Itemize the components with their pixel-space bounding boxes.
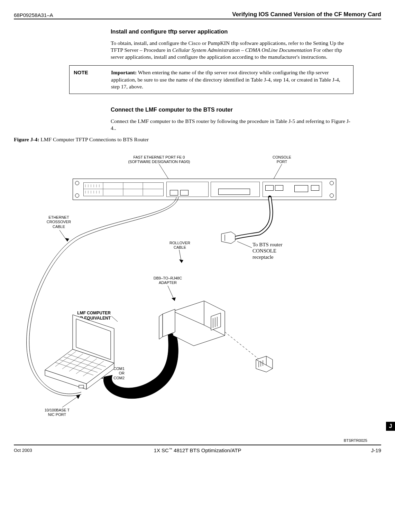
footer-title: 1X SC™ 4812T BTS Optimization/ATP — [14, 447, 381, 453]
db9-adapter-icon — [159, 297, 235, 349]
svg-marker-19 — [179, 259, 183, 263]
svg-marker-28 — [163, 309, 175, 337]
trademark-icon: ™ — [169, 447, 172, 451]
page-title: Verifying IOS Canned Version of the CF M… — [232, 11, 381, 18]
page-footer: Oct 2003 1X SC™ 4812T BTS Optimization/A… — [14, 445, 381, 453]
section-tab: J — [386, 422, 395, 431]
svg-marker-16 — [65, 238, 69, 241]
figure-area: FAST ETHERNET PORT FE 0 (SOFTWARE DESIGN… — [14, 145, 381, 443]
svg-rect-48 — [79, 385, 84, 388]
section-paragraph-connect: Connect the LMF computer to the BTS rout… — [111, 118, 353, 132]
note-body: Important: When entering the name of the… — [111, 69, 349, 90]
note-important: Important: — [111, 69, 137, 75]
document-number: 68P09258A31–A — [14, 12, 53, 18]
section-heading-connect: Connect the LMF computer to the BTS rout… — [111, 106, 381, 113]
page-header: 68P09258A31–A Verifying IOS Canned Versi… — [14, 11, 381, 19]
svg-marker-29 — [159, 314, 163, 339]
laptop-icon — [42, 311, 131, 401]
section-heading-tftp: Install and configure tftp server applic… — [111, 28, 381, 35]
svg-marker-17 — [221, 232, 235, 244]
para-italic: Cellular System Administration – CDMA On… — [172, 47, 312, 53]
section-paragraph-tftp: To obtain, install, and configure the Ci… — [111, 40, 353, 60]
figure-caption-bold: Figure J-4: — [14, 136, 39, 142]
note-box: NOTE Important: When entering the name o… — [69, 65, 353, 94]
note-text: When entering the name of the tftp serve… — [111, 69, 340, 89]
figure-caption: Figure J-4: LMF Computer TFTP Connection… — [14, 136, 381, 143]
note-label: NOTE — [74, 69, 111, 90]
figure-caption-text: LMF Computer TFTP Connections to BTS Rou… — [39, 136, 148, 142]
figure-reference-id: BTSRTR0025 — [344, 438, 367, 443]
